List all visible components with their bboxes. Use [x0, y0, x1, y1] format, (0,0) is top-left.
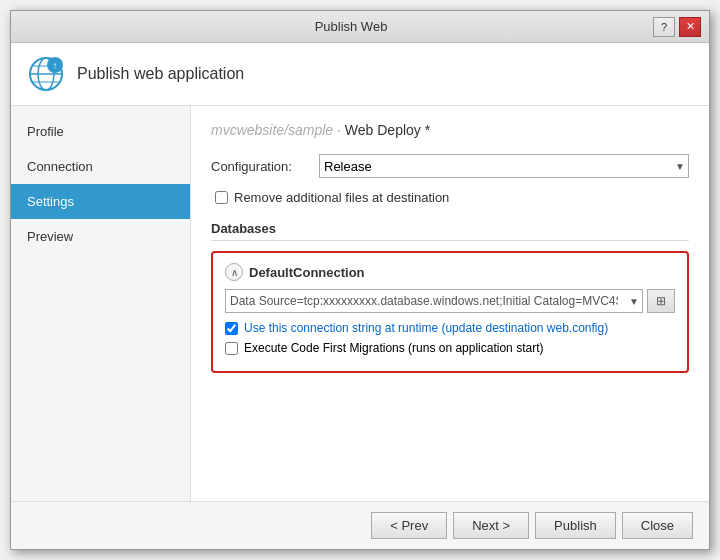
configuration-row: Configuration: Release Debug ▼ [211, 154, 689, 178]
db-edit-button[interactable]: ⊞ [647, 289, 675, 313]
content-area: Profile Connection Settings Preview mvcw… [11, 106, 709, 501]
use-runtime-row: Use this connection string at runtime (u… [225, 321, 675, 335]
publish-button[interactable]: Publish [535, 512, 616, 539]
separator-text: · [337, 122, 345, 138]
configuration-select-wrapper: Release Debug ▼ [319, 154, 689, 178]
db-connection-select-wrapper: Data Source=tcp:xxxxxxxxx.database.windo… [225, 289, 643, 313]
main-content: mvcwebsite/sample · Web Deploy * Configu… [191, 106, 709, 501]
close-titlebar-button[interactable]: ✕ [679, 17, 701, 37]
close-button[interactable]: Close [622, 512, 693, 539]
next-button[interactable]: Next > [453, 512, 529, 539]
sidebar-item-profile[interactable]: Profile [11, 114, 190, 149]
title-bar: Publish Web ? ✕ [11, 11, 709, 43]
svg-text:↑: ↑ [53, 60, 58, 71]
code-first-row: Execute Code First Migrations (runs on a… [225, 341, 675, 355]
prev-button[interactable]: < Prev [371, 512, 447, 539]
footer: < Prev Next > Publish Close [11, 501, 709, 549]
deploy-type-text: Web Deploy * [345, 122, 430, 138]
db-connection-select[interactable]: Data Source=tcp:xxxxxxxxx.database.windo… [225, 289, 643, 313]
sidebar-item-connection[interactable]: Connection [11, 149, 190, 184]
title-bar-buttons: ? ✕ [653, 17, 701, 37]
db-header: ∧ DefaultConnection [225, 263, 675, 281]
publish-web-dialog: Publish Web ? ✕ ↑ Publish web applicatio… [10, 10, 710, 550]
use-runtime-checkbox[interactable] [225, 322, 238, 335]
sidebar-item-settings[interactable]: Settings [11, 184, 190, 219]
use-runtime-label: Use this connection string at runtime (u… [244, 321, 608, 335]
db-expand-toggle[interactable]: ∧ [225, 263, 243, 281]
configuration-label: Configuration: [211, 159, 311, 174]
remove-files-row: Remove additional files at destination [215, 190, 689, 205]
remove-files-checkbox[interactable] [215, 191, 228, 204]
default-connection-group: ∧ DefaultConnection Data Source=tcp:xxxx… [211, 251, 689, 373]
databases-title: Databases [211, 221, 689, 241]
sidebar-item-preview[interactable]: Preview [11, 219, 190, 254]
db-name: DefaultConnection [249, 265, 365, 280]
globe-icon: ↑ [27, 55, 65, 93]
header-section: ↑ Publish web application [11, 43, 709, 106]
configuration-select[interactable]: Release Debug [319, 154, 689, 178]
db-connection-row: Data Source=tcp:xxxxxxxxx.database.windo… [225, 289, 675, 313]
profile-name-text: mvcwebsite/sample [211, 122, 333, 138]
deploy-title: mvcwebsite/sample · Web Deploy * [211, 122, 689, 138]
help-button[interactable]: ? [653, 17, 675, 37]
remove-files-label: Remove additional files at destination [234, 190, 449, 205]
code-first-checkbox[interactable] [225, 342, 238, 355]
header-title: Publish web application [77, 65, 244, 83]
sidebar: Profile Connection Settings Preview [11, 106, 191, 501]
databases-section: Databases ∧ DefaultConnection Data Sourc… [211, 221, 689, 373]
code-first-label: Execute Code First Migrations (runs on a… [244, 341, 543, 355]
dialog-title: Publish Web [49, 19, 653, 34]
